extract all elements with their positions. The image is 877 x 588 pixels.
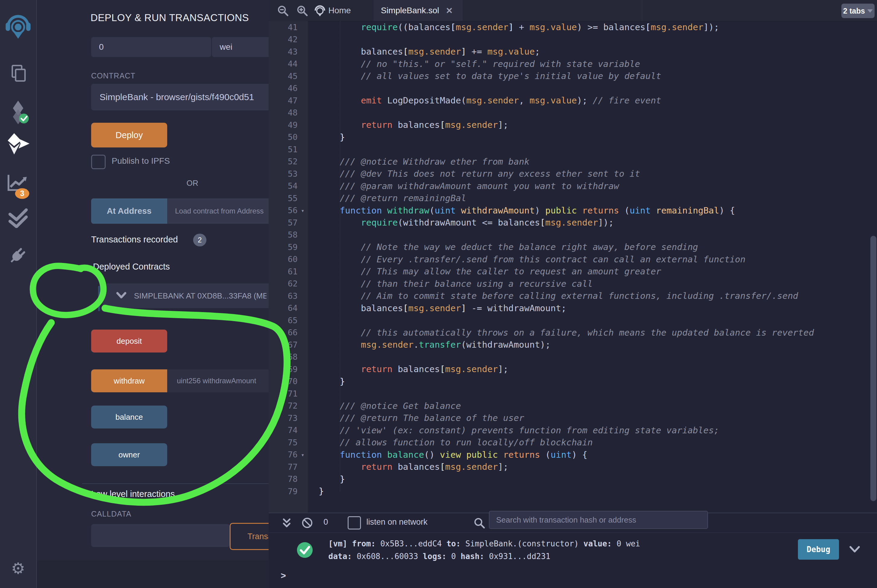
line-number: 67 xyxy=(270,340,298,350)
editor-scrollbar[interactable] xyxy=(870,236,876,501)
zoom-out-icon[interactable] xyxy=(277,5,289,18)
terminal-prompt[interactable]: > xyxy=(281,570,286,581)
line-number: 47 xyxy=(270,96,298,105)
plugin-icon[interactable] xyxy=(0,244,36,267)
code-line xyxy=(319,351,871,363)
line-number: 75 xyxy=(270,438,298,447)
tab-simplebank[interactable]: SimpleBank.sol ✕ xyxy=(374,0,462,21)
instance-title: SIMPLEBANK AT 0XD8B...33FA8 (MEMO xyxy=(134,291,266,301)
code-line: require(withdrawAmount <= balances[msg.s… xyxy=(319,216,871,229)
line-number: 73 xyxy=(270,413,298,423)
code-line: balances[msg.sender] += msg.value; xyxy=(319,45,871,58)
line-number: 46 xyxy=(270,84,298,93)
publish-ipfs-label: Publish to IPFS xyxy=(112,156,170,166)
line-number: 51 xyxy=(270,145,298,154)
code-line: // than their balance using a recursive … xyxy=(319,278,871,290)
remix-ide-window: 3 ⚙ DEPLOY & RUN TRANSACTIONS xyxy=(0,0,877,588)
code-line: function withdraw(uint withdrawAmount) p… xyxy=(319,204,871,217)
line-number: 77 xyxy=(270,462,298,472)
code-line: // 'view' (ex: constant) prevents functi… xyxy=(319,424,871,436)
value-input[interactable]: 0 xyxy=(91,37,211,57)
log-line: data: 0x608...60033 logs: 0 hash: 0x931.… xyxy=(328,550,640,562)
tab-close-icon[interactable]: ✕ xyxy=(446,6,453,16)
tx-success-icon xyxy=(296,542,313,560)
code-line: // Note the way we deduct the balance ri… xyxy=(319,241,871,253)
instance-expand-icon[interactable] xyxy=(116,291,127,300)
tabs-count-button[interactable]: 2 tabs xyxy=(841,4,875,18)
icon-rail: 3 ⚙ xyxy=(0,0,37,588)
code-line xyxy=(319,33,871,46)
line-number: 78 xyxy=(270,474,298,484)
tab-divider-2 xyxy=(462,0,462,21)
line-number: 57 xyxy=(270,218,298,227)
fold-caret-icon[interactable]: ▾ xyxy=(298,207,308,214)
fn-withdraw-button[interactable]: withdraw xyxy=(91,369,167,392)
pending-tx-count: 0 xyxy=(323,518,328,527)
compile-success-badge xyxy=(19,114,29,123)
code-line xyxy=(319,314,871,327)
code-line: function balance() view public returns (… xyxy=(319,449,871,461)
expand-terminal-icon[interactable] xyxy=(282,517,292,530)
contract-label: CONTRACT xyxy=(91,72,135,80)
line-number: 59 xyxy=(270,242,298,252)
analytics-icon[interactable]: 3 xyxy=(0,171,36,200)
code-line: } xyxy=(319,485,871,498)
code-line: /// @return remainingBal xyxy=(319,192,871,204)
file-explorer-icon[interactable] xyxy=(0,63,36,82)
code-line xyxy=(319,82,871,94)
code-line: // Aim to commit state before calling ex… xyxy=(319,290,871,302)
or-label: OR xyxy=(187,178,198,188)
solidity-compiler-icon[interactable] xyxy=(0,99,36,126)
line-number: 65 xyxy=(270,316,298,325)
code-area[interactable]: require((balances[msg.sender] + msg.valu… xyxy=(319,21,871,498)
line-number: 79 xyxy=(270,487,298,496)
calldata-input[interactable] xyxy=(91,524,230,547)
terminal-search-input[interactable]: Search with transaction hash or address xyxy=(489,511,708,529)
code-line: /// @return The balance of the user xyxy=(319,412,871,424)
deploy-run-icon[interactable] xyxy=(0,132,36,156)
remix-logo-icon[interactable] xyxy=(0,13,36,40)
terminal-log[interactable]: [vm] from: 0x5B3...eddC4 to: SimpleBank.… xyxy=(328,537,640,562)
deploy-button[interactable]: Deploy xyxy=(91,123,167,147)
fn-owner-button[interactable]: owner xyxy=(91,443,167,466)
line-number: 72 xyxy=(270,401,298,410)
code-line: /// @notice Withdraw ether from bank xyxy=(319,156,871,168)
line-number: 61 xyxy=(270,267,298,276)
code-line: } xyxy=(319,473,871,486)
panel-divider xyxy=(82,483,297,484)
at-address-button[interactable]: At Address xyxy=(91,198,167,224)
listen-network-checkbox[interactable] xyxy=(347,516,361,530)
clear-console-icon[interactable] xyxy=(301,517,313,530)
zoom-in-icon[interactable] xyxy=(296,5,308,18)
calldata-label: CALLDATA xyxy=(91,510,132,518)
code-line: // Every .transfer/.send from this contr… xyxy=(319,253,871,266)
line-number: 50 xyxy=(270,132,298,142)
gutter-lines[interactable]: 41424344454647484950515253545556▾5758596… xyxy=(269,21,308,498)
code-line: emit LogDepositMade(msg.sender, msg.valu… xyxy=(319,94,871,107)
code-line: /// @notice Get balance xyxy=(319,400,871,412)
settings-gear-icon[interactable]: ⚙ xyxy=(0,560,36,578)
line-number: 74 xyxy=(270,426,298,435)
line-number: 43 xyxy=(270,47,298,56)
log-expand-icon[interactable] xyxy=(848,544,861,555)
code-line xyxy=(319,107,871,119)
code-line: msg.sender.transfer(withdrawAmount); xyxy=(319,339,871,351)
remix-tab-icon xyxy=(314,4,326,17)
line-number: 41 xyxy=(270,22,298,32)
fn-balance-button[interactable]: balance xyxy=(91,406,167,429)
tab-home[interactable]: Home xyxy=(314,0,351,21)
fn-deposit-button[interactable]: deposit xyxy=(91,330,167,352)
line-number: 60 xyxy=(270,255,298,264)
line-number: 64 xyxy=(270,303,298,313)
publish-ipfs-checkbox[interactable] xyxy=(91,155,105,169)
fold-caret-icon[interactable]: ▾ xyxy=(298,452,308,458)
deploy-run-panel: DEPLOY & RUN TRANSACTIONS 0 wei CONTRACT… xyxy=(37,0,269,588)
code-line: balances[msg.sender] -= withdrawAmount; xyxy=(319,302,871,315)
code-line xyxy=(319,143,871,156)
line-number: 45 xyxy=(270,72,298,81)
unit-testing-icon[interactable] xyxy=(0,208,36,228)
line-number: 71 xyxy=(270,389,298,398)
debug-button[interactable]: Debug xyxy=(798,539,839,560)
code-line: // This may allow the caller to request … xyxy=(319,266,871,278)
code-line: // this automatically throws on a failur… xyxy=(319,327,871,339)
